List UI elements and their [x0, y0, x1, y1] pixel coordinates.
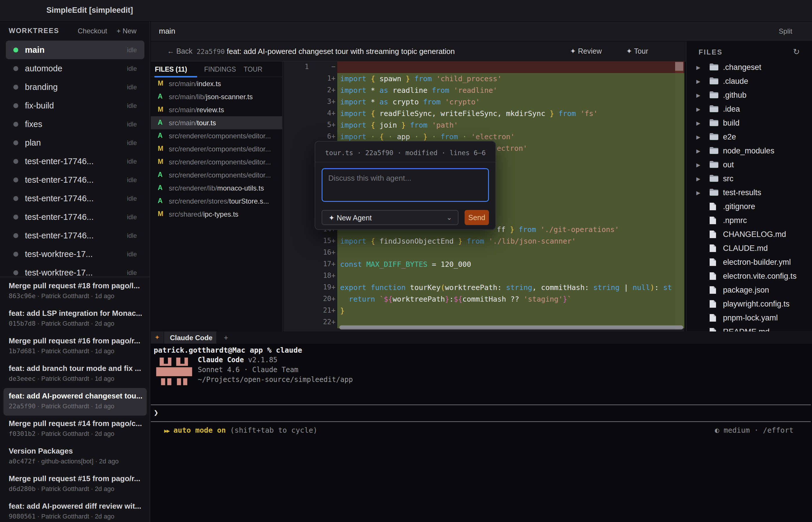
checkout-button[interactable]: Checkout: [78, 27, 107, 35]
changed-file-row[interactable]: A src/renderer/components/editor...: [151, 129, 283, 142]
tree-file-row[interactable]: README.md: [686, 325, 812, 332]
new-worktree-button[interactable]: + New: [117, 27, 137, 35]
send-button[interactable]: Send: [465, 210, 489, 225]
worktree-item[interactable]: test-enter-17746... idle: [6, 152, 144, 170]
expand-arrow-icon[interactable]: ▶: [696, 106, 701, 113]
diff-line[interactable]: 17+const MAX_DIFF_BYTES = 120_000: [283, 259, 684, 270]
ruler-thumb[interactable]: [675, 62, 683, 71]
worktree-item[interactable]: test-worktree-17... idle: [6, 245, 144, 263]
changed-file-row[interactable]: A src/renderer/lib/monaco-utils.ts: [151, 182, 283, 195]
tree-file-row[interactable]: electron-builder.yml: [686, 255, 812, 269]
tree-file-row[interactable]: playwright.config.ts: [686, 297, 812, 311]
changed-file-row[interactable]: A src/renderer/components/editor...: [151, 168, 283, 182]
tour-button[interactable]: ✦ Tour: [626, 47, 648, 55]
worktree-item[interactable]: test-worktree-17... idle: [6, 263, 144, 276]
tree-folder-row[interactable]: ▶ .github: [686, 88, 812, 102]
diff-line[interactable]: 18+: [283, 270, 684, 282]
expand-arrow-icon[interactable]: ▶: [696, 92, 701, 99]
status-dot-icon: [13, 140, 18, 145]
diff-line[interactable]: 20+ return `${worktreePath}:${commitHash…: [283, 294, 684, 305]
worktree-item[interactable]: test-enter-17746... idle: [6, 189, 144, 208]
tree-folder-row[interactable]: ▶ out: [686, 158, 812, 172]
tree-folder-row[interactable]: ▶ build: [686, 116, 812, 130]
changed-file-row[interactable]: A src/renderer/stores/tourStore.s...: [151, 195, 283, 208]
worktree-item[interactable]: main idle: [6, 41, 144, 59]
terminal-prompt[interactable]: ❯: [154, 408, 158, 417]
back-button[interactable]: ← Back: [167, 47, 192, 55]
commit-item[interactable]: Version Packages a0c472f · github-action…: [3, 443, 147, 471]
diff-line[interactable]: 15+import { findJsonObjectEnd } from './…: [283, 236, 684, 247]
tree-folder-row[interactable]: ▶ .claude: [686, 74, 812, 88]
terminal-tab-claude-code[interactable]: Claude Code x: [164, 332, 216, 344]
changed-file-row[interactable]: M src/renderer/components/editor...: [151, 156, 283, 168]
expand-arrow-icon[interactable]: ▶: [696, 190, 701, 196]
tab-main-branch[interactable]: main: [159, 27, 175, 36]
diff-line[interactable]: 1−: [283, 61, 684, 73]
expand-arrow-icon[interactable]: ▶: [696, 64, 701, 71]
commit-item[interactable]: Merge pull request #14 from pago/c... f0…: [3, 416, 147, 443]
tree-file-row[interactable]: pnpm-lock.yaml: [686, 311, 812, 325]
tree-folder-row[interactable]: ▶ node_modules: [686, 144, 812, 158]
agent-select[interactable]: ✦ New Agent ⌄: [322, 210, 459, 225]
changed-file-row[interactable]: A src/main/lib/json-scanner.ts: [151, 90, 283, 103]
commit-item[interactable]: Merge pull request #18 from pago/l... 86…: [3, 278, 147, 305]
changed-file-row[interactable]: M src/main/review.ts: [151, 103, 283, 116]
tree-file-row[interactable]: .npmrc: [686, 214, 812, 227]
tab-findings[interactable]: FINDINGS: [204, 65, 236, 73]
diff-line[interactable]: 16+: [283, 247, 684, 259]
tab-tour[interactable]: TOUR: [244, 65, 262, 73]
diff-line[interactable]: 4+import { readFileSync, writeFileSync, …: [283, 108, 684, 119]
diff-line[interactable]: 21+}: [283, 305, 684, 317]
diff-horizontal-scrollbar[interactable]: [339, 325, 684, 329]
tree-file-row[interactable]: electron.vite.config.ts: [686, 269, 812, 283]
tree-folder-row[interactable]: ▶ test-results: [686, 186, 812, 200]
worktree-item[interactable]: fix-build idle: [6, 96, 144, 115]
expand-arrow-icon[interactable]: ▶: [696, 176, 701, 182]
tree-file-row[interactable]: package.json: [686, 283, 812, 297]
tree-folder-row[interactable]: ▶ src: [686, 172, 812, 186]
diff-line[interactable]: 1+import { spawn } from 'child_process': [283, 73, 684, 85]
tree-file-row[interactable]: CLAUDE.md: [686, 241, 812, 255]
expand-arrow-icon[interactable]: ▶: [696, 120, 701, 126]
review-button[interactable]: ✦ Review: [570, 47, 602, 55]
diff-line[interactable]: 2+import * as readline from 'readline': [283, 85, 684, 96]
changed-file-row[interactable]: M src/main/index.ts: [151, 77, 283, 90]
commit-item[interactable]: Merge pull request #15 from pago/r... d6…: [3, 471, 147, 498]
tree-file-row[interactable]: .gitignore: [686, 200, 812, 214]
close-tab-icon[interactable]: x: [209, 334, 212, 342]
diff-line[interactable]: 19+export function tourKey(worktreePath:…: [283, 282, 684, 294]
worktree-item[interactable]: branding idle: [6, 78, 144, 96]
refresh-icon[interactable]: ↻: [793, 47, 800, 57]
worktree-item[interactable]: test-enter-17746... idle: [6, 226, 144, 245]
commit-item[interactable]: feat: add branch tour mode and fix ... d…: [3, 360, 147, 388]
tree-file-row[interactable]: CHANGELOG.md: [686, 227, 812, 241]
worktree-item[interactable]: test-enter-17746... idle: [6, 170, 144, 189]
diff-line[interactable]: 3+import * as crypto from 'crypto': [283, 96, 684, 108]
tree-folder-row[interactable]: ▶ .changeset: [686, 60, 812, 74]
agent-message-input[interactable]: [322, 168, 489, 202]
commit-item[interactable]: Merge pull request #16 from pago/r... 1b…: [3, 333, 147, 360]
expand-arrow-icon[interactable]: ▶: [696, 134, 701, 140]
tab-files[interactable]: FILES (11): [155, 65, 187, 73]
diff-overview-ruler[interactable]: [675, 61, 683, 328]
diff-line[interactable]: 5+import { join } from 'path': [283, 119, 684, 131]
worktree-item[interactable]: test-enter-17746... idle: [6, 208, 144, 226]
tree-folder-row[interactable]: ▶ .idea: [686, 102, 812, 116]
expand-arrow-icon[interactable]: ▶: [696, 162, 701, 168]
commit-item[interactable]: feat: add AI-powered changeset tou... 22…: [3, 388, 147, 416]
changed-file-row[interactable]: M src/renderer/components/editor...: [151, 142, 283, 156]
worktree-item[interactable]: plan idle: [6, 134, 144, 152]
terminal-output[interactable]: patrick.gotthardt@Mac app % claude Claud…: [151, 344, 812, 522]
worktree-item[interactable]: automode idle: [6, 59, 144, 78]
expand-arrow-icon[interactable]: ▶: [696, 78, 701, 85]
commit-item[interactable]: feat: add AI-powered diff review wit... …: [3, 498, 147, 522]
worktree-item[interactable]: fixes idle: [6, 115, 144, 134]
changed-file-row[interactable]: M src/shared/ipc-types.ts: [151, 208, 283, 221]
new-terminal-tab-button[interactable]: +: [224, 334, 228, 342]
tree-folder-row[interactable]: ▶ e2e: [686, 130, 812, 144]
commit-item[interactable]: feat: add LSP integration for Monac... 0…: [3, 305, 147, 333]
split-button[interactable]: Split: [779, 27, 792, 35]
changed-file-row[interactable]: A src/main/tour.ts: [151, 116, 283, 129]
expand-arrow-icon[interactable]: ▶: [696, 148, 701, 154]
hscroll-thumb[interactable]: [339, 325, 683, 329]
